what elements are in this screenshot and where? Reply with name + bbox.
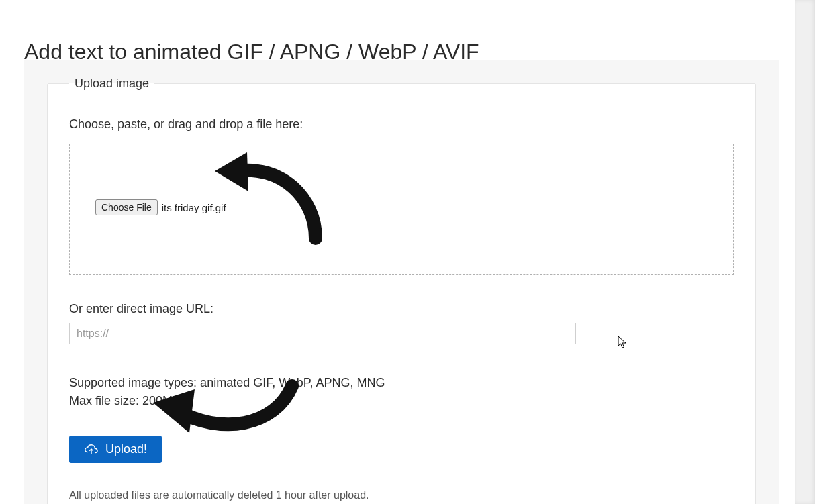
choose-file-label: Choose, paste, or drag and drop a file h… <box>69 117 734 132</box>
selected-file-name: its friday gif.gif <box>162 202 226 213</box>
mouse-cursor-icon <box>618 336 627 349</box>
upload-button-label: Upload! <box>105 442 147 456</box>
file-input-row: Choose File its friday gif.gif <box>95 199 226 215</box>
auto-delete-note: All uploaded files are automatically del… <box>69 487 734 503</box>
upload-image-legend: Upload image <box>69 77 154 91</box>
supported-info: Supported image types: animated GIF, Web… <box>69 374 734 410</box>
content-panel: Upload image Choose, paste, or drag and … <box>24 60 779 504</box>
cloud-upload-icon <box>84 444 99 456</box>
page-root: Add text to animated GIF / APNG / WebP /… <box>0 0 815 504</box>
max-file-size-text: Max file size: 200MB <box>69 392 734 410</box>
upload-notes: All uploaded files are automatically del… <box>69 487 734 504</box>
file-dropzone[interactable]: Choose File its friday gif.gif <box>69 144 734 275</box>
url-input-label: Or enter direct image URL: <box>69 302 734 316</box>
upload-button[interactable]: Upload! <box>69 436 162 463</box>
supported-types-text: Supported image types: animated GIF, Web… <box>69 374 734 392</box>
image-url-input[interactable] <box>69 323 576 344</box>
choose-file-button[interactable]: Choose File <box>95 199 158 215</box>
upload-image-fieldset: Upload image Choose, paste, or drag and … <box>47 77 756 504</box>
right-edge-shadow <box>795 0 815 504</box>
